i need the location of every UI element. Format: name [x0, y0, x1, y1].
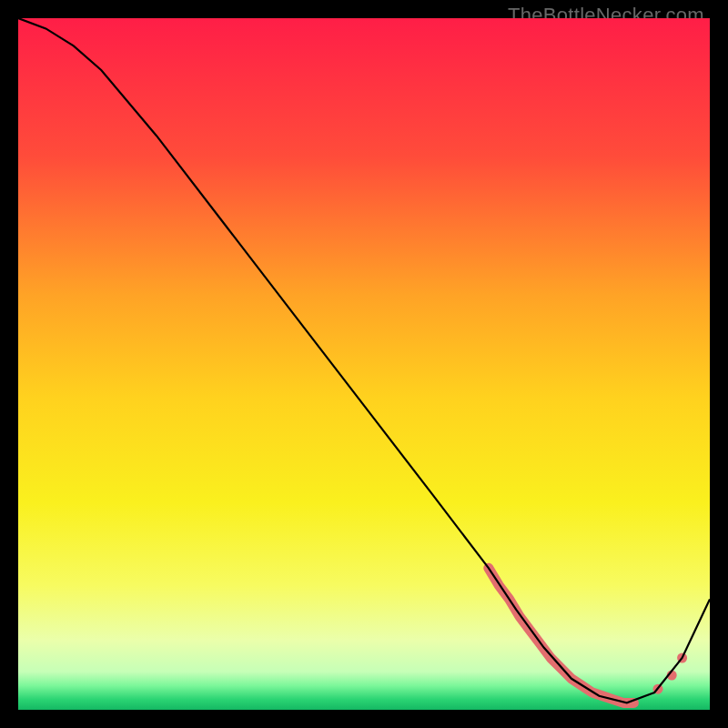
chart-stage: TheBottleNecker.com	[0, 0, 728, 728]
chart-svg	[18, 18, 710, 710]
gradient-rect	[18, 18, 710, 710]
